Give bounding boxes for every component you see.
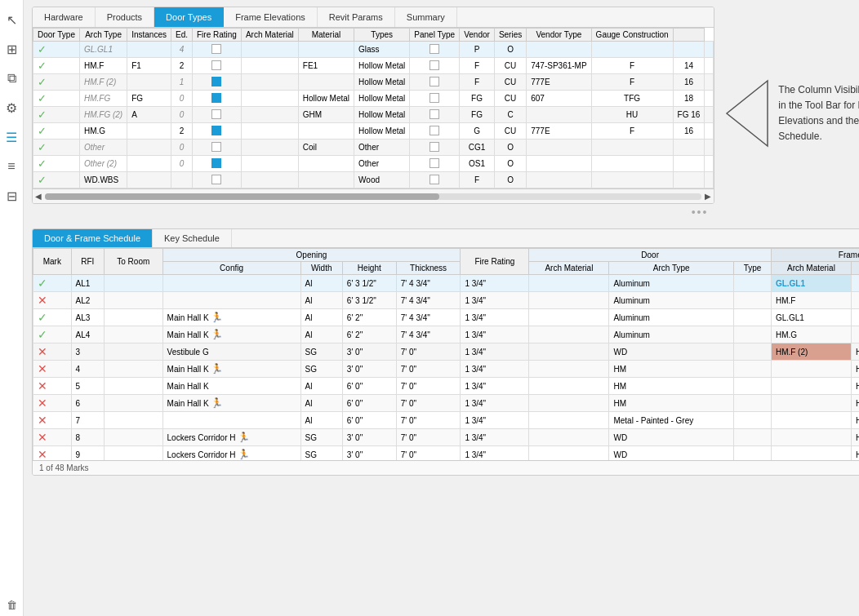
scroll-right-btn[interactable]: ▶ — [705, 192, 711, 201]
ed-checkbox[interactable] — [211, 126, 221, 135]
arch-type-cell — [127, 172, 171, 188]
th-ed: Ed. — [171, 29, 192, 42]
material-cell: Hollow Metal — [354, 58, 410, 74]
rfi-cell — [105, 395, 163, 412]
schedule-row: ✕7Al6' 0"7' 0"1 3/4"Metal - Painted - Gr… — [33, 412, 860, 429]
material-cell: Glass — [354, 42, 410, 58]
vendor-type-cell — [591, 156, 673, 172]
grid-icon[interactable]: ⊟ — [0, 184, 23, 207]
types-checkbox[interactable] — [430, 60, 439, 70]
types-cell[interactable] — [410, 156, 460, 172]
status-cell: ✕ — [33, 446, 72, 461]
top-section: Hardware Products Door Types Frame Eleva… — [32, 7, 859, 220]
fire-rating-cell — [529, 446, 609, 461]
filter-icon[interactable]: ≡ — [0, 155, 23, 178]
sch-th-frame-arch-ti: Arch Ti — [851, 262, 859, 275]
cursor-icon[interactable]: ↖ — [0, 8, 23, 31]
status-cell: ✓ — [33, 74, 80, 91]
types-cell[interactable] — [410, 58, 460, 74]
types-cell[interactable] — [410, 123, 460, 140]
layers-icon[interactable]: ⊞ — [0, 38, 23, 60]
tab-key-schedule[interactable]: Key Schedule — [153, 229, 232, 247]
ed-checkbox[interactable] — [211, 60, 221, 70]
vendor-type-cell — [591, 172, 673, 188]
ed-checkbox[interactable] — [211, 142, 221, 152]
types-checkbox[interactable] — [430, 175, 439, 184]
types-checkbox[interactable] — [430, 126, 439, 135]
ed-checkbox[interactable] — [211, 44, 221, 54]
ed-cell[interactable] — [193, 74, 242, 91]
types-cell[interactable] — [410, 42, 460, 58]
arch-type-cell — [127, 156, 171, 172]
tab-frame-elevations[interactable]: Frame Elevations — [224, 7, 318, 27]
fire-rating-cell — [529, 326, 609, 343]
config-cell: Al — [300, 412, 342, 429]
ed-cell[interactable] — [193, 42, 242, 58]
status-icon: ✕ — [38, 379, 47, 392]
types-cell[interactable] — [410, 140, 460, 156]
type-cell — [771, 412, 851, 429]
height-cell: 7' 0" — [396, 446, 461, 461]
ed-cell[interactable] — [193, 107, 242, 123]
fire-rating-cell — [529, 378, 609, 395]
check-icon: ✓ — [38, 92, 47, 104]
sch-th-door-group: Door — [529, 249, 772, 262]
status-icon: ✕ — [38, 362, 47, 375]
ed-cell[interactable] — [193, 91, 242, 107]
panel-type-cell: FG — [460, 107, 495, 123]
tab-products[interactable]: Products — [96, 7, 154, 27]
types-checkbox[interactable] — [430, 44, 439, 54]
ed-checkbox[interactable] — [211, 93, 221, 103]
fire-rating-cell — [529, 275, 609, 292]
arch-material-cell: Aluminum — [609, 326, 734, 343]
types-checkbox[interactable] — [430, 77, 439, 86]
ed-cell[interactable] — [193, 156, 242, 172]
th-door-type: Door Type — [33, 29, 80, 42]
types-cell[interactable] — [410, 74, 460, 91]
ed-checkbox[interactable] — [211, 158, 221, 168]
three-dots-icon[interactable]: ••• — [692, 206, 709, 219]
ed-checkbox[interactable] — [211, 77, 221, 86]
tab-hardware[interactable]: Hardware — [33, 7, 96, 27]
ed-checkbox[interactable] — [211, 175, 221, 184]
types-checkbox[interactable] — [430, 158, 439, 168]
tab-door-frame-schedule[interactable]: Door & Frame Schedule — [33, 229, 153, 247]
types-checkbox[interactable] — [430, 93, 439, 103]
ed-cell[interactable] — [193, 58, 242, 74]
arch-material-cell — [298, 42, 354, 58]
ed-cell[interactable] — [193, 123, 242, 140]
copy-icon[interactable]: ⧉ — [0, 67, 23, 90]
tab-summary[interactable]: Summary — [395, 7, 457, 27]
ed-cell[interactable] — [193, 140, 242, 156]
mark-cell: AL3 — [71, 309, 104, 326]
type-cell: GL.GL1 — [771, 275, 851, 292]
trash-icon[interactable]: 🗑 — [0, 593, 23, 616]
frame-arch-material-cell: Hollow Metal — [851, 446, 859, 461]
types-checkbox[interactable] — [430, 109, 439, 119]
ed-cell[interactable] — [193, 172, 242, 188]
mark-cell: 7 — [71, 412, 104, 429]
material-cell: Other — [354, 140, 410, 156]
types-checkbox[interactable] — [430, 142, 439, 152]
tab-door-types[interactable]: Door Types — [154, 7, 224, 27]
material-cell: Hollow Metal — [354, 123, 410, 140]
tab-revit-params[interactable]: Revit Params — [318, 7, 395, 27]
door-types-table-container[interactable]: Door Type Arch Type Instances Ed. Fire R… — [33, 28, 714, 188]
schedule-table-container[interactable]: Mark RFI To Room Opening Fire Rating Doo… — [33, 248, 859, 460]
top-panel-options[interactable]: ••• — [32, 204, 714, 220]
status-cell: ✓ — [33, 91, 80, 107]
rfi-cell — [105, 412, 163, 429]
sch-th-mark: Mark — [33, 249, 72, 275]
list-icon[interactable]: ☰ — [0, 126, 23, 148]
types-cell[interactable] — [410, 107, 460, 123]
horizontal-scrollbar[interactable]: ◀ ▶ — [33, 188, 714, 203]
settings-icon[interactable]: ⚙ — [0, 96, 23, 119]
scroll-track[interactable] — [45, 193, 701, 200]
types-cell[interactable] — [410, 172, 460, 188]
scroll-thumb[interactable] — [45, 193, 439, 200]
scroll-left-btn[interactable]: ◀ — [35, 192, 42, 201]
door-type-cell: Other (2) — [79, 156, 127, 172]
width-cell: 3' 0" — [342, 361, 396, 378]
types-cell[interactable] — [410, 91, 460, 107]
ed-checkbox[interactable] — [211, 109, 221, 119]
